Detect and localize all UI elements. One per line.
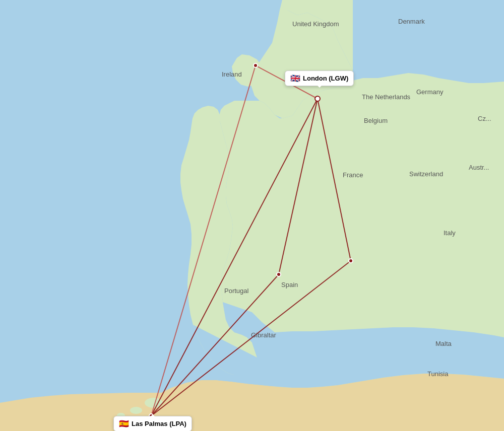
lgw-label-text: London (LGW) — [303, 75, 348, 82]
map-background — [0, 0, 504, 431]
waypoint-ireland — [253, 63, 258, 68]
airport-label-lpa[interactable]: 🇪🇸 Las Palmas (LPA) — [113, 416, 192, 431]
waypoint-spain-east — [348, 258, 353, 263]
lpa-label-text: Las Palmas (LPA) — [132, 420, 186, 427]
map-container: United Kingdom Ireland France Spain Port… — [0, 0, 504, 431]
lgw-flag: 🇬🇧 — [290, 74, 300, 83]
airport-dot-lgw — [314, 96, 321, 102]
airport-label-lgw[interactable]: 🇬🇧 London (LGW) — [285, 70, 354, 86]
lpa-flag: 🇪🇸 — [119, 419, 129, 428]
svg-point-4 — [421, 264, 446, 279]
waypoint-spain-inland — [276, 272, 281, 277]
svg-point-1 — [145, 398, 163, 408]
svg-point-2 — [130, 407, 142, 414]
